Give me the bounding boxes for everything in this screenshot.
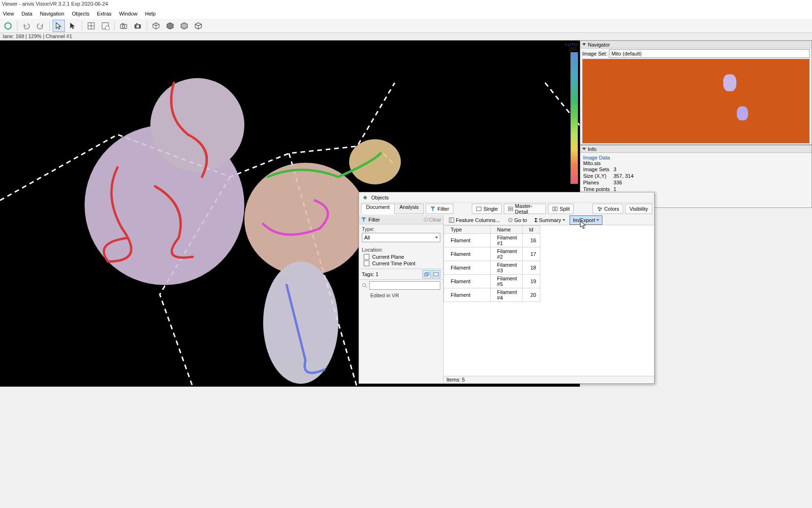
status-bar: lane: 168 | 129% | Channel #1 bbox=[0, 33, 812, 40]
grid-time-icon[interactable] bbox=[99, 20, 111, 32]
table-row[interactable]: FilamentFilament #116 bbox=[444, 234, 540, 247]
info-header[interactable]: Info bbox=[580, 145, 812, 153]
redo-icon[interactable] bbox=[34, 20, 47, 32]
menu-extras[interactable]: Extras bbox=[97, 11, 111, 16]
svg-rect-8 bbox=[122, 23, 124, 24]
tags-label: Tags: 1 bbox=[362, 271, 378, 277]
menu-navigation[interactable]: Navigation bbox=[40, 11, 64, 16]
svg-point-24 bbox=[599, 209, 601, 211]
checkbox-current-timepoint[interactable]: Current Time Point bbox=[359, 260, 443, 267]
navigator-thumbnail[interactable] bbox=[582, 59, 810, 143]
checkbox-current-plane[interactable]: Current Plane bbox=[359, 254, 443, 260]
cube2-icon[interactable] bbox=[164, 20, 176, 32]
menu-data[interactable]: Data bbox=[22, 11, 32, 16]
split-icon bbox=[552, 206, 558, 211]
svg-point-13 bbox=[150, 78, 244, 172]
single-icon bbox=[476, 206, 482, 211]
svg-rect-19 bbox=[508, 209, 513, 211]
table-row[interactable]: FilamentFilament #519 bbox=[444, 275, 540, 288]
menu-view[interactable]: View bbox=[3, 11, 14, 16]
toolbar bbox=[0, 19, 812, 33]
image-set-dropdown[interactable] bbox=[609, 49, 810, 58]
visibility-button[interactable]: Visibility bbox=[625, 204, 652, 214]
goto-button[interactable]: Go to bbox=[504, 215, 531, 225]
cube4-icon[interactable] bbox=[192, 20, 204, 32]
svg-point-0 bbox=[5, 23, 11, 29]
location-label: Location: bbox=[359, 245, 443, 254]
tag-add-button[interactable] bbox=[422, 270, 431, 278]
checkbox-icon bbox=[364, 261, 369, 266]
expand-icon bbox=[433, 272, 439, 277]
tab-analysis[interactable]: Analysis bbox=[395, 204, 424, 214]
master-detail-icon bbox=[508, 206, 513, 211]
svg-point-15 bbox=[349, 139, 401, 184]
menubar: View Data Navigation Objects Extras Wind… bbox=[0, 8, 812, 19]
info-title: Info bbox=[588, 146, 596, 152]
table-row[interactable]: FilamentFilament #420 bbox=[444, 288, 540, 302]
tag-item[interactable]: Edited in VR bbox=[359, 291, 443, 300]
funnel-icon bbox=[361, 217, 367, 222]
chevron-down-icon bbox=[562, 219, 565, 221]
objects-table[interactable]: Type Name Id FilamentFilament #116 Filam… bbox=[444, 225, 654, 376]
master-detail-button[interactable]: Master-Detail bbox=[504, 204, 546, 214]
menu-window[interactable]: Window bbox=[119, 11, 137, 16]
tag-search-input[interactable] bbox=[369, 281, 440, 290]
navigator-panel: Navigator Image Set: bbox=[580, 40, 812, 145]
svg-rect-20 bbox=[553, 207, 554, 211]
chevron-down-icon bbox=[435, 237, 438, 238]
cards-icon bbox=[424, 272, 429, 277]
colorbar-max-label: 255 bbox=[563, 47, 578, 52]
window-title: Viewer - arivis VisionVR 3.2.1 Exp 2020-… bbox=[0, 0, 812, 8]
type-dropdown[interactable]: All bbox=[362, 233, 440, 242]
colorbar-gradient bbox=[570, 52, 578, 184]
filter-header-label: Filter bbox=[368, 217, 380, 222]
color-scale: AUTO 255 bbox=[563, 42, 578, 191]
clear-button[interactable]: Clear bbox=[423, 217, 441, 222]
funnel-icon bbox=[430, 206, 436, 212]
svg-rect-29 bbox=[434, 272, 438, 276]
svg-rect-21 bbox=[555, 207, 557, 211]
undo-icon[interactable] bbox=[20, 20, 32, 32]
clear-icon bbox=[423, 217, 428, 222]
svg-point-35 bbox=[510, 220, 511, 221]
menu-objects[interactable]: Objects bbox=[72, 11, 89, 16]
svg-line-31 bbox=[366, 286, 367, 288]
camera-icon[interactable] bbox=[117, 20, 130, 32]
filter-pane: Filter Clear Type: All Location: Current… bbox=[359, 215, 444, 383]
split-button[interactable]: Split bbox=[548, 204, 574, 214]
table-header[interactable]: Type Name Id bbox=[444, 226, 540, 234]
cube3-icon[interactable] bbox=[178, 20, 190, 32]
image-set-label: Image Set: bbox=[582, 51, 607, 56]
svg-rect-11 bbox=[136, 23, 138, 24]
tab-document[interactable]: Document bbox=[361, 204, 395, 214]
palette-icon bbox=[597, 206, 602, 212]
cube-icon[interactable] bbox=[150, 20, 162, 32]
table-row[interactable]: FilamentFilament #318 bbox=[444, 261, 540, 275]
svg-rect-18 bbox=[508, 207, 513, 208]
feature-columns-button[interactable]: Feature Columns... bbox=[445, 215, 503, 225]
mouse-cursor bbox=[580, 221, 586, 230]
camera-fill-icon[interactable] bbox=[132, 20, 144, 32]
chevron-down-icon bbox=[582, 148, 586, 150]
pointer-alt-icon[interactable] bbox=[67, 20, 79, 32]
svg-rect-32 bbox=[449, 218, 454, 222]
svg-point-10 bbox=[136, 25, 139, 28]
svg-point-5 bbox=[105, 26, 109, 30]
pointer-icon[interactable] bbox=[53, 20, 65, 32]
tool-icon[interactable] bbox=[2, 20, 14, 32]
navigator-title: Navigator bbox=[588, 42, 610, 48]
menu-help[interactable]: Help bbox=[145, 11, 156, 16]
objects-titlebar[interactable]: Objects bbox=[359, 192, 654, 203]
filter-button[interactable]: Filter bbox=[426, 204, 453, 214]
svg-point-23 bbox=[600, 207, 602, 209]
items-count: Items: 5 bbox=[444, 376, 654, 383]
info-heading[interactable]: Image Data bbox=[583, 155, 809, 160]
single-button[interactable]: Single bbox=[472, 204, 502, 214]
grid-icon[interactable] bbox=[85, 20, 97, 32]
navigator-header[interactable]: Navigator bbox=[580, 41, 812, 48]
table-row[interactable]: FilamentFilament #217 bbox=[444, 247, 540, 261]
tag-expand-button[interactable] bbox=[432, 270, 440, 278]
colors-button[interactable]: Colors bbox=[593, 204, 624, 214]
summary-button[interactable]: Σ Summary bbox=[531, 215, 569, 225]
target-icon bbox=[508, 217, 513, 223]
